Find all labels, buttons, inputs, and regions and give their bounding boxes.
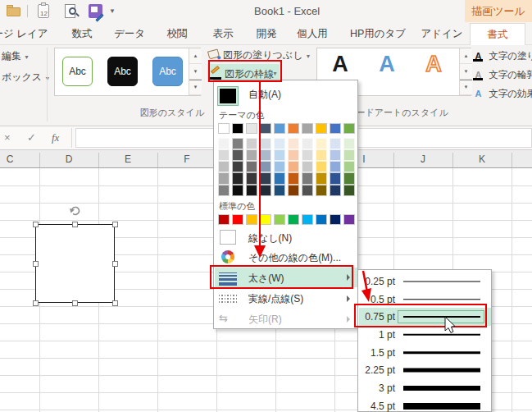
theme-color-swatch[interactable] <box>330 123 341 134</box>
weight-option-2.25pt[interactable]: 2.25 pt <box>359 362 491 380</box>
theme-color-variant-swatch[interactable] <box>343 172 355 184</box>
theme-color-variant-swatch[interactable] <box>274 161 285 172</box>
theme-color-swatch[interactable] <box>218 123 230 134</box>
theme-color-variant-swatch[interactable] <box>330 172 341 184</box>
standard-color-swatch[interactable] <box>316 214 327 225</box>
theme-color-variant-swatch[interactable] <box>343 138 355 149</box>
clipboard-icon[interactable]: 12 <box>38 4 49 18</box>
menu-item-automatic[interactable]: 自動(A) <box>215 83 357 105</box>
theme-color-variant-swatch[interactable] <box>316 149 327 161</box>
cancel-icon[interactable]: × <box>4 131 11 144</box>
theme-color-variant-swatch[interactable] <box>302 138 313 149</box>
tab-表示[interactable]: 表示 <box>205 23 241 45</box>
theme-color-swatch[interactable] <box>316 123 327 134</box>
selection-handle[interactable] <box>33 300 39 306</box>
theme-color-variant-swatch[interactable] <box>316 161 327 172</box>
edit-button[interactable]: 編集▼ <box>2 49 30 63</box>
text-fill-button[interactable]: A 文字の塗り <box>473 50 532 63</box>
menu-item-weight[interactable]: 太さ(W) <box>215 268 357 287</box>
theme-color-variant-swatch[interactable] <box>343 149 355 161</box>
theme-color-swatch[interactable] <box>343 123 355 134</box>
selection-handle[interactable] <box>33 222 39 227</box>
selection-handle[interactable] <box>112 300 118 306</box>
theme-color-variant-swatch[interactable] <box>302 161 313 172</box>
selection-handle[interactable] <box>33 261 39 267</box>
theme-color-variant-swatch[interactable] <box>232 149 243 161</box>
theme-color-variant-swatch[interactable] <box>316 185 327 196</box>
tab-個人用[interactable]: 個人用 <box>289 23 335 45</box>
theme-color-variant-swatch[interactable] <box>232 161 243 172</box>
rotation-handle-icon[interactable] <box>69 204 82 217</box>
column-header-E[interactable]: E <box>98 150 157 168</box>
theme-color-variant-swatch[interactable] <box>218 185 230 196</box>
theme-color-variant-swatch[interactable] <box>246 161 257 172</box>
theme-color-variant-swatch[interactable] <box>302 172 313 184</box>
theme-color-variant-swatch[interactable] <box>274 185 285 196</box>
theme-color-variant-swatch[interactable] <box>288 172 299 184</box>
selection-handle[interactable] <box>112 261 118 267</box>
tab-開発[interactable]: 開発 <box>248 23 284 45</box>
theme-color-variant-swatch[interactable] <box>288 185 299 196</box>
standard-color-swatch[interactable] <box>232 214 243 225</box>
theme-color-variant-swatch[interactable] <box>218 172 230 184</box>
weight-option-1pt[interactable]: 1 pt <box>359 326 491 344</box>
theme-color-variant-swatch[interactable] <box>260 185 271 196</box>
selection-handle[interactable] <box>72 300 78 306</box>
text-outline-button[interactable]: A 文字の輪郭 <box>473 69 532 82</box>
theme-color-variant-swatch[interactable] <box>316 138 327 149</box>
shape-style-thumb[interactable]: Abc <box>107 57 138 86</box>
menu-item-no-line[interactable]: 線なし(N) <box>215 229 357 248</box>
standard-color-swatch[interactable] <box>218 214 230 225</box>
gallery-more-icon[interactable]: ▼ <box>189 80 202 95</box>
menu-item-more-line-colors[interactable]: その他の線の色(M)... <box>215 248 357 267</box>
theme-color-swatch[interactable] <box>274 123 285 134</box>
standard-color-swatch[interactable] <box>260 214 271 225</box>
selected-rectangle-shape[interactable] <box>35 224 115 303</box>
text-box-button[interactable]: ボックス▼ <box>2 71 50 85</box>
standard-color-swatch[interactable] <box>302 214 313 225</box>
theme-color-swatch[interactable] <box>246 123 257 134</box>
standard-color-swatch[interactable] <box>330 214 341 225</box>
qat-more-icon[interactable]: ▼ <box>109 7 116 15</box>
theme-color-variant-swatch[interactable] <box>274 138 285 149</box>
scroll-up-icon[interactable]: ▲ <box>189 48 202 64</box>
theme-color-variant-swatch[interactable] <box>288 161 299 172</box>
theme-color-variant-swatch[interactable] <box>246 149 257 161</box>
tab-アドイン[interactable]: アドイン <box>417 23 466 45</box>
shape-style-thumb[interactable]: Abc <box>152 57 183 86</box>
wordart-style-thumb[interactable]: A <box>322 52 358 77</box>
weight-option-0.75pt[interactable]: 0.75 pt <box>359 308 491 326</box>
tab-書式[interactable]: 書式 <box>470 23 525 45</box>
weight-option-1.5pt[interactable]: 1.5 pt <box>359 344 491 362</box>
standard-color-swatch[interactable] <box>274 214 285 225</box>
theme-color-variant-swatch[interactable] <box>232 172 243 184</box>
theme-color-variant-swatch[interactable] <box>274 172 285 184</box>
theme-color-variant-swatch[interactable] <box>246 185 257 196</box>
standard-color-swatch[interactable] <box>343 214 355 225</box>
tab-校閲[interactable]: 校閲 <box>159 23 195 45</box>
theme-color-swatch[interactable] <box>232 123 243 134</box>
theme-color-variant-swatch[interactable] <box>288 138 299 149</box>
theme-color-variant-swatch[interactable] <box>260 172 271 184</box>
tab-HP用のタブ[interactable]: HP用のタブ <box>345 23 411 45</box>
selection-handle[interactable] <box>112 222 118 227</box>
theme-color-variant-swatch[interactable] <box>246 172 257 184</box>
column-header-K[interactable]: K <box>452 150 512 168</box>
theme-color-variant-swatch[interactable] <box>330 161 341 172</box>
theme-color-variant-swatch[interactable] <box>232 185 243 196</box>
selection-handle[interactable] <box>72 222 78 227</box>
theme-color-variant-swatch[interactable] <box>343 161 355 172</box>
theme-color-variant-swatch[interactable] <box>330 185 341 196</box>
scroll-up-icon[interactable]: ▲ <box>460 48 472 64</box>
scroll-down-icon[interactable]: ▼ <box>189 64 202 80</box>
weight-option-0.5pt[interactable]: 0.5 pt <box>359 291 491 309</box>
column-header-F[interactable]: F <box>157 150 216 168</box>
insert-function-icon[interactable]: fx <box>52 131 59 144</box>
theme-color-variant-swatch[interactable] <box>218 149 230 161</box>
theme-color-variant-swatch[interactable] <box>330 138 341 149</box>
theme-color-swatch[interactable] <box>288 123 299 134</box>
theme-color-variant-swatch[interactable] <box>302 185 313 196</box>
tab-ージ レイアウト[interactable]: ージ レイアウト <box>0 23 49 45</box>
standard-color-swatch[interactable] <box>246 214 257 225</box>
column-header-D[interactable]: D <box>39 150 98 168</box>
